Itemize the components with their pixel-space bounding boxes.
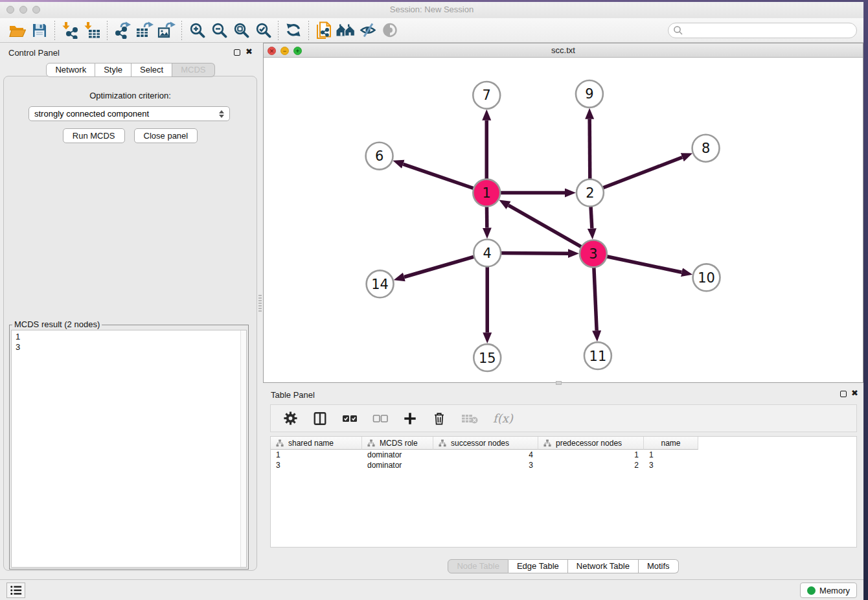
network-window-titlebar[interactable]: ✕ − + scc.txt [264, 43, 863, 58]
graph-node-15[interactable]: 15 [474, 344, 501, 371]
graph-node-7[interactable]: 7 [473, 82, 500, 109]
add-row-button[interactable] [403, 411, 417, 426]
graph-edge-4-3[interactable] [501, 253, 568, 254]
delete-table-button[interactable] [461, 413, 478, 424]
optimization-dropdown[interactable]: strongly connected component [29, 106, 230, 121]
table-cell[interactable]: dominator [362, 450, 433, 459]
graph-edge-3-11[interactable] [594, 267, 597, 330]
table-tab-network-table[interactable]: Network Table [568, 559, 639, 573]
tab-style[interactable]: Style [95, 63, 131, 77]
refresh-view-button[interactable] [282, 21, 304, 40]
graph-node-3[interactable]: 3 [580, 240, 607, 267]
table-cell[interactable]: dominator [362, 461, 433, 470]
column-header-mcds-role[interactable]: MCDS role [362, 437, 433, 450]
import-network-button[interactable] [59, 21, 81, 40]
graph-node-9[interactable]: 9 [576, 80, 603, 108]
vertical-splitter-handle[interactable] [258, 295, 262, 312]
tab-select[interactable]: Select [131, 63, 172, 77]
select-all-columns-button[interactable] [342, 413, 358, 424]
graph-svg[interactable]: 7968124314101511 [264, 58, 863, 382]
mcds-result-area[interactable]: 1 3 [11, 330, 247, 568]
toolbar-separator [181, 21, 182, 40]
graph-node-8[interactable]: 8 [692, 135, 720, 162]
zoom-selected-button[interactable] [252, 21, 274, 40]
graph-node-11[interactable]: 11 [584, 342, 611, 369]
deselect-all-columns-button[interactable] [372, 413, 388, 424]
horizontal-splitter-handle[interactable] [556, 381, 562, 385]
table-row[interactable]: 3dominator323 [271, 460, 856, 470]
column-mode-button[interactable] [313, 411, 327, 426]
graph-edge-4-14[interactable] [404, 257, 474, 277]
deselect-all-icon [372, 413, 388, 424]
graph-edge-2-8[interactable] [602, 157, 682, 188]
export-image-button[interactable] [155, 21, 177, 40]
graph-node-label: 1 [483, 185, 491, 201]
export-network-button[interactable] [111, 21, 133, 40]
close-panel-icon[interactable]: ✖ [851, 389, 858, 398]
optimization-label: Optimization criterion: [4, 91, 257, 100]
close-panel-button[interactable]: Close panel [134, 128, 198, 143]
hierarchy-icon [367, 439, 375, 447]
graph-edge-2-3[interactable] [591, 207, 592, 229]
table-cell[interactable]: 3 [644, 461, 698, 470]
column-header-predecessor-nodes[interactable]: predecessor nodes [538, 437, 644, 450]
graph-node-10[interactable]: 10 [693, 264, 720, 291]
export-table-button[interactable] [133, 21, 155, 40]
home-layout-button[interactable] [335, 21, 357, 40]
hide-panels-button[interactable] [357, 21, 379, 40]
apply-function-button[interactable]: f(x) [493, 411, 513, 425]
clone-network-button[interactable] [313, 21, 335, 40]
memory-button[interactable]: Memory [800, 583, 857, 598]
graph-node-label: 7 [483, 87, 491, 103]
graph-edge-3-1[interactable] [508, 205, 582, 247]
save-session-button[interactable] [29, 21, 51, 40]
search-input[interactable] [683, 25, 856, 35]
table-cell[interactable]: 1 [538, 450, 644, 459]
tab-network[interactable]: Network [46, 63, 95, 77]
main-toolbar [0, 18, 863, 43]
open-file-button[interactable] [6, 21, 29, 40]
task-history-button[interactable] [6, 583, 25, 598]
zoom-in-button[interactable] [186, 21, 208, 40]
table-cell[interactable]: 4 [433, 450, 538, 459]
network-canvas[interactable]: 7968124314101511 [264, 58, 863, 382]
result-scrollbar[interactable] [240, 330, 246, 567]
app-titlebar: Session: New Session [0, 2, 863, 18]
float-panel-icon[interactable] [234, 49, 240, 56]
table-cell[interactable]: 3 [271, 461, 362, 470]
zoom-out-button[interactable] [208, 21, 230, 40]
graph-node-2[interactable]: 2 [577, 179, 604, 207]
column-header-name[interactable]: name [644, 437, 698, 450]
memory-status-icon [807, 586, 816, 595]
delete-row-button[interactable] [432, 411, 446, 426]
table-cell[interactable]: 2 [538, 461, 644, 470]
search-box[interactable] [668, 23, 857, 38]
table-tab-node-table[interactable]: Node Table [448, 559, 508, 573]
column-header-successor-nodes[interactable]: successor nodes [433, 437, 538, 450]
graph-edge-1-6[interactable] [403, 164, 474, 188]
import-table-button[interactable] [81, 21, 103, 40]
table-cell[interactable]: 1 [271, 450, 362, 459]
column-header-shared-name[interactable]: shared name [271, 437, 362, 450]
show-panels-button[interactable] [379, 21, 401, 40]
table-tab-edge-table[interactable]: Edge Table [508, 559, 568, 573]
float-panel-icon[interactable] [840, 391, 847, 397]
graph-node-label: 15 [479, 351, 496, 366]
graph-edge-2-9[interactable] [589, 119, 590, 179]
table-settings-button[interactable] [283, 411, 298, 426]
tab-mcds[interactable]: MCDS [172, 63, 214, 77]
graph-node-14[interactable]: 14 [367, 270, 394, 297]
zoom-fit-button[interactable] [230, 21, 252, 40]
table-panel-header: Table Panel ✖ [263, 386, 863, 402]
graph-node-4[interactable]: 4 [474, 239, 501, 266]
graph-node-1[interactable]: 1 [473, 179, 500, 207]
table-tab-motifs[interactable]: Motifs [639, 559, 679, 573]
table-row[interactable]: 1dominator411 [271, 450, 856, 460]
table-cell[interactable]: 1 [644, 450, 698, 459]
graph-edge-3-10[interactable] [606, 257, 681, 273]
graph-node-label: 6 [375, 148, 383, 164]
graph-node-6[interactable]: 6 [366, 143, 393, 170]
close-panel-icon[interactable]: ✖ [246, 47, 253, 56]
run-mcds-button[interactable]: Run MCDS [63, 128, 125, 143]
table-cell[interactable]: 3 [433, 461, 538, 470]
